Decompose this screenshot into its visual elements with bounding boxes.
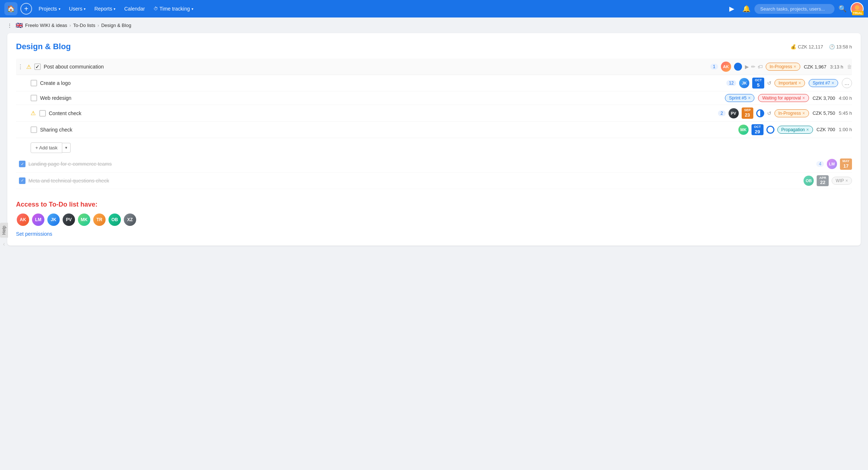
task-tag-sprint7[interactable]: Sprint #7 × <box>809 79 838 87</box>
task-right: Sprint #5 × Waiting for approval × CZK 3… <box>725 94 852 102</box>
task-avatar[interactable]: OB <box>804 176 814 186</box>
section-comment-count[interactable]: 1 <box>710 64 718 70</box>
task-avatar[interactable]: LM <box>827 159 837 169</box>
task-right: Important × Sprint #7 × … <box>774 78 852 88</box>
date-badge[interactable]: May 17 <box>840 158 852 169</box>
date-badge[interactable]: Oct 5 <box>752 78 764 89</box>
task-tag-wip[interactable]: WIP × <box>832 177 852 185</box>
access-avatar[interactable]: MK <box>77 213 91 227</box>
play-icon[interactable]: ▶ <box>745 64 749 70</box>
progress-circle[interactable] <box>756 109 764 117</box>
task-tag-inprogress[interactable]: In-Progress × <box>774 109 809 117</box>
access-avatar[interactable]: AK <box>16 213 30 227</box>
task-time: 5:45 h <box>839 110 852 116</box>
breadcrumb-current: Design & Blog <box>101 23 131 28</box>
task-tag-propagation[interactable]: Propagation × <box>777 126 813 134</box>
edit-icon[interactable]: ✏ <box>751 64 755 70</box>
date-badge[interactable]: Apr 22 <box>817 175 829 186</box>
task-comment-count[interactable]: 12 <box>726 80 736 86</box>
nav-calendar[interactable]: Calendar <box>121 4 149 14</box>
task-name[interactable]: Sharing check <box>40 127 735 133</box>
task-name[interactable]: Landing page for e-commerce teams <box>28 161 813 167</box>
task-checkbox[interactable] <box>31 95 37 101</box>
task-right: WIP × <box>832 177 852 185</box>
play-button[interactable]: ▶ <box>725 2 738 15</box>
notifications-button[interactable]: 🔔 <box>740 2 753 15</box>
task-time: 1:00 h <box>839 127 852 132</box>
page-price: 💰 CZK 12,117 <box>790 44 823 50</box>
task-checkbox[interactable] <box>39 110 46 117</box>
task-price: CZK 5,750 <box>813 110 835 116</box>
user-avatar[interactable]: TRIAL <box>851 2 864 15</box>
refresh-icon[interactable]: ↺ <box>767 80 772 86</box>
section-progress[interactable] <box>734 63 742 71</box>
task-name[interactable]: Meta and technical questions check <box>28 178 801 184</box>
page-title: Design & Blog <box>16 42 71 51</box>
nav-users[interactable]: Users ▾ <box>66 4 90 14</box>
task-row: Web redesign Sprint #5 × Waiting for app… <box>16 91 852 105</box>
more-button[interactable]: … <box>842 78 852 88</box>
section-tag[interactable]: In-Progress × <box>766 63 800 71</box>
chevron-icon: ▾ <box>59 7 60 11</box>
task-row: Sharing check MK Oct 29 Propagation × CZ… <box>16 122 852 138</box>
nav-reports[interactable]: Reports ▾ <box>91 4 119 14</box>
add-task-dropdown[interactable]: ▾ <box>62 143 71 153</box>
task-checkbox[interactable] <box>31 126 37 133</box>
section-header: ⋮ ⚠ ✓ Post about communication 1 AK ▶ ✏ … <box>16 59 852 75</box>
task-avatar[interactable]: MK <box>738 125 749 135</box>
task-tag-sprint5[interactable]: Sprint #5 × <box>725 94 754 102</box>
access-avatar[interactable]: OB <box>108 213 122 227</box>
task-checkbox[interactable]: ✓ <box>19 177 25 184</box>
access-avatar[interactable]: LM <box>31 213 45 227</box>
section-time: 3:13 h <box>830 64 843 70</box>
add-task-button[interactable]: + Add task <box>31 142 62 153</box>
task-tag-waiting[interactable]: Waiting for approval × <box>758 94 809 102</box>
tag-icon[interactable]: 🏷 <box>758 64 763 70</box>
collapse-arrow[interactable]: ‹ <box>3 240 5 247</box>
access-avatar[interactable]: PV <box>62 213 76 227</box>
section-price: CZK 1,967 <box>804 64 826 70</box>
task-checkbox[interactable]: ✓ <box>19 161 25 167</box>
task-tag-important[interactable]: Important × <box>774 79 805 87</box>
set-permissions-link[interactable]: Set permissions <box>16 231 52 237</box>
refresh-icon[interactable]: ↺ <box>767 110 772 116</box>
section-checkbox[interactable]: ✓ <box>34 63 41 70</box>
section-name[interactable]: Post about communication <box>44 64 707 70</box>
section-drag-handle[interactable]: ⋮ <box>17 63 23 70</box>
search-button[interactable]: 🔍 <box>836 2 849 15</box>
breadcrumb-dots[interactable]: ⋮ <box>7 23 12 28</box>
section-avatar[interactable]: AK <box>721 62 731 72</box>
breadcrumb-list[interactable]: To-Do lists <box>73 23 95 28</box>
task-comment-count[interactable]: 4 <box>816 161 824 167</box>
help-tab[interactable]: Help <box>0 223 8 238</box>
task-checkbox[interactable] <box>31 80 37 86</box>
access-avatar[interactable]: XZ <box>123 213 137 227</box>
task-avatar[interactable]: PV <box>729 108 739 118</box>
date-badge[interactable]: Sep 23 <box>742 107 753 118</box>
breadcrumb-project[interactable]: Freelo WIKI & ideas <box>25 23 67 28</box>
search-input[interactable] <box>754 4 835 14</box>
breadcrumb: ⋮ 🇬🇧 Freelo WIKI & ideas › To-Do lists ›… <box>0 17 868 33</box>
task-name[interactable]: Create a logo <box>40 80 723 86</box>
task-right: Propagation × CZK 700 1:00 h <box>777 126 852 134</box>
task-row: ⚠ Content check 2 PV Sep 23 ↺ In-Progres… <box>16 105 852 121</box>
task-avatar[interactable]: JK <box>739 78 749 88</box>
task-comment-count[interactable]: 2 <box>718 110 726 116</box>
access-avatar[interactable]: TR <box>92 213 106 227</box>
nav-projects[interactable]: Projects ▾ <box>35 4 64 14</box>
task-time: 4:00 h <box>839 95 852 101</box>
home-button[interactable]: 🏠 <box>4 2 17 15</box>
add-button[interactable]: + <box>20 3 32 15</box>
section-delete[interactable]: 🗑 <box>847 64 852 70</box>
task-name[interactable]: Web redesign <box>40 95 722 101</box>
date-badge[interactable]: Oct 29 <box>751 124 764 135</box>
access-avatar[interactable]: JK <box>47 213 60 227</box>
task-row: Create a logo 12 JK Oct 5 ↺ Important × … <box>16 75 852 91</box>
progress-circle[interactable] <box>766 126 774 134</box>
nav-time-tracking[interactable]: ⏱ Time tracking ▾ <box>150 4 197 14</box>
page-meta: 💰 CZK 12,117 🕐 13:58 h <box>790 44 852 50</box>
task-right: In-Progress × CZK 5,750 5:45 h <box>774 109 852 117</box>
page-time: 🕐 13:58 h <box>829 44 852 50</box>
section-right: In-Progress × CZK 1,967 3:13 h 🗑 <box>766 63 852 71</box>
task-name[interactable]: Content check <box>49 110 715 116</box>
